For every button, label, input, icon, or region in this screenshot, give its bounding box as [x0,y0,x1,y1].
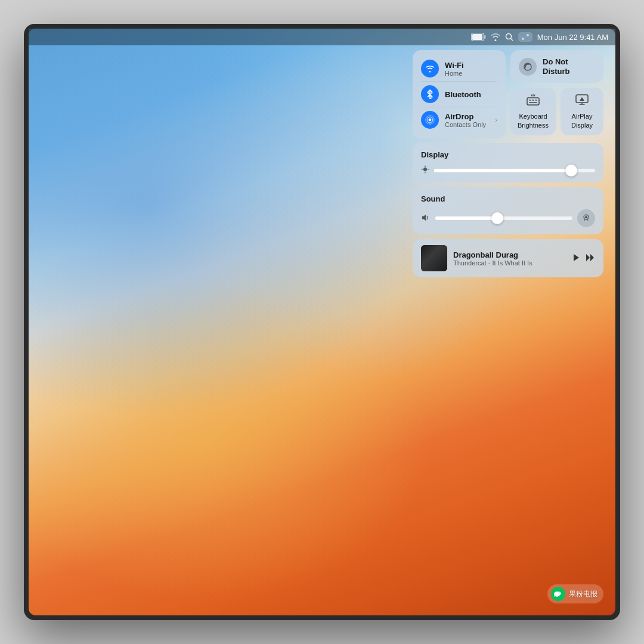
airdrop-chevron: › [495,116,497,123]
volume-slider[interactable] [435,216,572,220]
sound-label: Sound [421,194,595,203]
do-not-disturb-item[interactable]: Do Not Disturb [510,50,603,83]
svg-point-6 [527,34,529,36]
network-panel: Wi-Fi Home [413,50,506,138]
song-artist: Thundercat - It Is What It Is [453,259,566,267]
svg-rect-2 [484,35,486,39]
volume-icon [421,213,431,224]
dnd-icon [519,58,537,76]
airplay-display-icon [575,94,589,109]
svg-rect-18 [527,98,539,105]
keyboard-brightness-button[interactable]: Keyboard Brightness [510,88,556,135]
wechat-logo [551,587,565,601]
menubar: Mon Jun 22 9:41 AM [29,29,615,45]
wifi-subtitle: Home [445,70,497,77]
airplay-sound-button[interactable] [577,209,595,227]
fast-forward-button[interactable] [586,253,595,264]
right-panels: Do Not Disturb [510,50,603,138]
svg-point-5 [522,34,524,36]
airdrop-item[interactable]: AirDrop Contacts Only › [421,107,497,132]
airplay-display-button[interactable]: AirPlay Display [561,88,603,135]
wechat-text: 果粉电报 [569,589,597,599]
svg-rect-1 [472,34,482,40]
display-panel: Display [413,143,603,182]
song-info: Dragonball Durag Thundercat - It Is What… [453,250,566,267]
display-label: Display [421,150,595,159]
now-playing-panel: Dragonball Durag Thundercat - It Is What… [413,239,603,277]
menubar-time: Mon Jun 22 9:41 AM [537,33,608,42]
bluetooth-text: Bluetooth [445,90,497,99]
kb-airplay-row: Keyboard Brightness [510,88,603,135]
search-menubar-icon[interactable] [505,33,513,41]
dnd-title: Do Not Disturb [543,57,570,76]
airdrop-text: AirDrop Contacts Only [445,112,489,128]
album-art [421,245,447,271]
svg-line-24 [534,95,535,96]
brightness-slider[interactable] [434,169,595,172]
screen: Mon Jun 22 9:41 AM [29,29,615,615]
menubar-right: Mon Jun 22 9:41 AM [471,32,608,42]
keyboard-brightness-label: Keyboard Brightness [518,112,549,129]
sound-panel: Sound [413,187,603,234]
svg-line-25 [531,95,532,96]
control-center-menubar-icon[interactable] [518,32,532,42]
cc-main-row: Wi-Fi Home [413,50,603,138]
bluetooth-item[interactable]: Bluetooth [421,81,497,107]
svg-point-7 [522,38,524,40]
svg-point-29 [423,168,427,171]
bluetooth-title: Bluetooth [445,90,497,99]
battery-icon[interactable] [471,33,486,41]
playback-controls [572,253,595,264]
svg-point-14 [429,119,432,122]
display-slider-row [421,165,595,175]
sound-slider-row [421,209,595,227]
svg-point-3 [506,34,511,39]
keyboard-brightness-icon [526,94,540,109]
play-button[interactable] [572,253,580,264]
wifi-text: Wi-Fi Home [445,61,497,77]
control-center-panel: Wi-Fi Home [413,50,603,277]
wifi-menubar-icon[interactable] [491,33,500,41]
wifi-icon-circle [421,60,439,78]
svg-line-4 [510,39,513,41]
wifi-title: Wi-Fi [445,61,497,70]
airdrop-icon-circle [421,111,439,129]
wechat-badge: 果粉电报 [547,584,603,603]
airdrop-subtitle: Contacts Only [445,121,489,128]
airplay-display-label: AirPlay Display [571,112,593,129]
bluetooth-icon-circle [421,85,439,103]
airdrop-title: AirDrop [445,112,489,121]
laptop-frame: Mon Jun 22 9:41 AM [24,24,620,620]
svg-point-8 [527,38,529,40]
brightness-min-icon [421,165,429,175]
wifi-item[interactable]: Wi-Fi Home [421,56,497,81]
song-title: Dragonball Durag [453,250,566,259]
